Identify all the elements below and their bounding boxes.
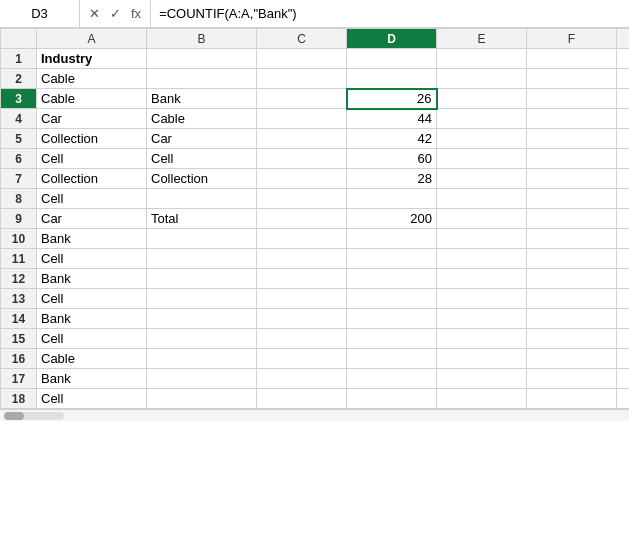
cell-a11[interactable]: Cell: [37, 249, 147, 269]
cell-f13[interactable]: [527, 289, 617, 309]
cell-e14[interactable]: [437, 309, 527, 329]
cell-d17[interactable]: [347, 369, 437, 389]
cell-f9[interactable]: [527, 209, 617, 229]
cell-d11[interactable]: [347, 249, 437, 269]
cell-d10[interactable]: [347, 229, 437, 249]
cell-e3[interactable]: [437, 89, 527, 109]
confirm-icon[interactable]: ✓: [107, 4, 124, 23]
cell-c12[interactable]: [257, 269, 347, 289]
cell-e17[interactable]: [437, 369, 527, 389]
cell-d7[interactable]: 28: [347, 169, 437, 189]
row-header-12[interactable]: 12: [1, 269, 37, 289]
col-header-e[interactable]: E: [437, 29, 527, 49]
cell-a16[interactable]: Cable: [37, 349, 147, 369]
cell-b5[interactable]: Car: [147, 129, 257, 149]
cell-f7[interactable]: [527, 169, 617, 189]
cell-a5[interactable]: Collection: [37, 129, 147, 149]
cell-c11[interactable]: [257, 249, 347, 269]
cell-b1[interactable]: [147, 49, 257, 69]
cell-b8[interactable]: [147, 189, 257, 209]
scroll-thumb[interactable]: [4, 412, 24, 420]
row-header-5[interactable]: 5: [1, 129, 37, 149]
cell-f17[interactable]: [527, 369, 617, 389]
cell-e1[interactable]: [437, 49, 527, 69]
cell-f5[interactable]: [527, 129, 617, 149]
cell-b18[interactable]: [147, 389, 257, 409]
cell-f2[interactable]: [527, 69, 617, 89]
cell-b2[interactable]: [147, 69, 257, 89]
row-header-10[interactable]: 10: [1, 229, 37, 249]
cell-d14[interactable]: [347, 309, 437, 329]
cell-a3[interactable]: Cable: [37, 89, 147, 109]
col-header-g[interactable]: G: [617, 29, 630, 49]
cell-f6[interactable]: [527, 149, 617, 169]
col-header-d[interactable]: D: [347, 29, 437, 49]
row-header-7[interactable]: 7: [1, 169, 37, 189]
cell-f1[interactable]: [527, 49, 617, 69]
cell-b7[interactable]: Collection: [147, 169, 257, 189]
cell-f11[interactable]: [527, 249, 617, 269]
cell-c14[interactable]: [257, 309, 347, 329]
cell-b9[interactable]: Total: [147, 209, 257, 229]
row-header-13[interactable]: 13: [1, 289, 37, 309]
cell-d15[interactable]: [347, 329, 437, 349]
cell-f3[interactable]: [527, 89, 617, 109]
cell-d3[interactable]: 26: [347, 89, 437, 109]
cell-b10[interactable]: [147, 229, 257, 249]
row-header-2[interactable]: 2: [1, 69, 37, 89]
cell-d8[interactable]: [347, 189, 437, 209]
cell-a7[interactable]: Collection: [37, 169, 147, 189]
cell-d9[interactable]: 200: [347, 209, 437, 229]
cell-c8[interactable]: [257, 189, 347, 209]
row-header-17[interactable]: 17: [1, 369, 37, 389]
cell-e5[interactable]: [437, 129, 527, 149]
row-header-15[interactable]: 15: [1, 329, 37, 349]
cell-a14[interactable]: Bank: [37, 309, 147, 329]
scroll-track[interactable]: [4, 412, 64, 420]
cell-c13[interactable]: [257, 289, 347, 309]
cell-b13[interactable]: [147, 289, 257, 309]
cell-d5[interactable]: 42: [347, 129, 437, 149]
row-header-6[interactable]: 6: [1, 149, 37, 169]
cell-a13[interactable]: Cell: [37, 289, 147, 309]
cell-e9[interactable]: [437, 209, 527, 229]
cell-b6[interactable]: Cell: [147, 149, 257, 169]
scroll-bar[interactable]: [0, 409, 629, 421]
row-header-8[interactable]: 8: [1, 189, 37, 209]
cell-c17[interactable]: [257, 369, 347, 389]
cell-e12[interactable]: [437, 269, 527, 289]
cell-a4[interactable]: Car: [37, 109, 147, 129]
cell-c1[interactable]: [257, 49, 347, 69]
cell-d18[interactable]: [347, 389, 437, 409]
cell-b4[interactable]: Cable: [147, 109, 257, 129]
cell-b11[interactable]: [147, 249, 257, 269]
cell-f10[interactable]: [527, 229, 617, 249]
cell-c5[interactable]: [257, 129, 347, 149]
col-header-c[interactable]: C: [257, 29, 347, 49]
cell-b14[interactable]: [147, 309, 257, 329]
cell-d13[interactable]: [347, 289, 437, 309]
row-header-9[interactable]: 9: [1, 209, 37, 229]
cell-d12[interactable]: [347, 269, 437, 289]
cell-b16[interactable]: [147, 349, 257, 369]
cell-e2[interactable]: [437, 69, 527, 89]
cell-e8[interactable]: [437, 189, 527, 209]
row-header-4[interactable]: 4: [1, 109, 37, 129]
row-header-11[interactable]: 11: [1, 249, 37, 269]
col-header-a[interactable]: A: [37, 29, 147, 49]
cell-a10[interactable]: Bank: [37, 229, 147, 249]
cell-e7[interactable]: [437, 169, 527, 189]
cell-c9[interactable]: [257, 209, 347, 229]
row-header-14[interactable]: 14: [1, 309, 37, 329]
cell-a8[interactable]: Cell: [37, 189, 147, 209]
cell-c10[interactable]: [257, 229, 347, 249]
cell-c7[interactable]: [257, 169, 347, 189]
cell-c15[interactable]: [257, 329, 347, 349]
cell-c2[interactable]: [257, 69, 347, 89]
cell-f8[interactable]: [527, 189, 617, 209]
function-icon[interactable]: fx: [128, 4, 144, 23]
row-header-3[interactable]: 3: [1, 89, 37, 109]
cell-f15[interactable]: [527, 329, 617, 349]
cell-e13[interactable]: [437, 289, 527, 309]
cell-b3[interactable]: Bank: [147, 89, 257, 109]
